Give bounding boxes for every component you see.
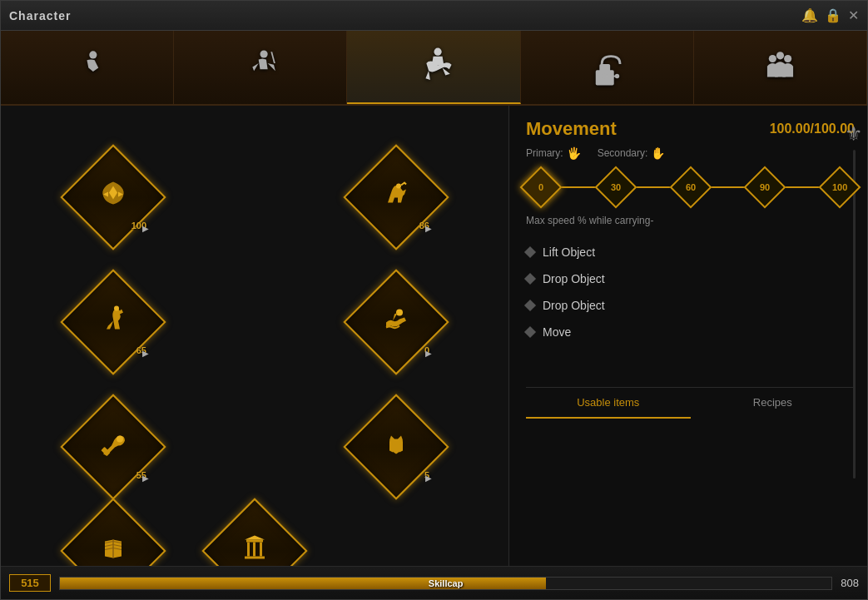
diamond-inner-10 [238, 532, 271, 567]
svg-rect-17 [247, 543, 250, 557]
action-label-2: Drop Object [543, 299, 605, 312]
primary-info: Primary: 🖐 [526, 146, 581, 160]
progress-value-1: 30 [611, 182, 621, 192]
diamond-inner-9 [97, 532, 130, 567]
tab-recipes[interactable]: Recipes [691, 388, 856, 419]
diamond-inner-0 [97, 178, 130, 217]
diamond-inner-6 [97, 428, 130, 467]
tab-recipes-label: Recipes [753, 396, 792, 409]
xp-bar-fill [60, 578, 546, 589]
skill-icon-8[interactable]: 5 ▶ [359, 409, 434, 484]
diamond-inner-3 [97, 303, 130, 342]
progress-track: 0 30 60 90 [526, 172, 855, 202]
window-title: Character [9, 9, 71, 22]
svg-point-10 [396, 184, 401, 189]
tab2-icon [237, 45, 283, 91]
skill-icon-10[interactable]: 0 ▶ [217, 513, 292, 566]
svg-rect-15 [245, 557, 265, 559]
tab-usable-items-label: Usable items [577, 396, 639, 409]
svg-point-7 [769, 54, 776, 62]
tab-3[interactable] [347, 31, 520, 104]
skill-icon-3[interactable]: 65 ▶ [76, 285, 151, 360]
xp-bar: Skillcap [59, 577, 832, 590]
titlebar: Character 🔔 🔒 ✕ [1, 1, 867, 31]
secondary-label: Secondary: [598, 147, 648, 159]
skill-icon-9[interactable]: 0 ▶ [76, 513, 151, 566]
progress-value-2: 60 [685, 182, 695, 192]
progress-node-0: 0 [526, 172, 556, 202]
skill-slot-8: 5 ▶ [330, 409, 463, 484]
action-bullet-0 [524, 246, 536, 258]
close-button[interactable]: ✕ [848, 7, 859, 23]
skill-sub-info: Primary: 🖐 Secondary: ✋ [526, 146, 855, 160]
tab3-icon [411, 44, 457, 90]
tab-content-area [526, 419, 855, 558]
skill-icon-0[interactable]: 100 ▶ [76, 160, 151, 235]
action-bullet-2 [524, 300, 536, 311]
skill-arrow-0: ▶ [142, 224, 149, 233]
skill-slot-9: 0 ▶ [47, 513, 180, 566]
progress-diamond-2: 60 [669, 166, 712, 209]
main-window: Character 🔔 🔒 ✕ [0, 0, 868, 600]
skill-slot-10: 0 ▶ [188, 513, 321, 566]
tab4-icon [584, 45, 630, 91]
progress-node-4: 100 [825, 172, 855, 202]
tab-5[interactable] [694, 31, 867, 104]
bottom-tabs: Usable items Recipes [526, 387, 855, 419]
svg-point-13 [117, 436, 123, 443]
primary-label: Primary: [526, 147, 563, 159]
action-item-3: Move [526, 319, 855, 345]
tab1-icon [64, 45, 110, 91]
action-list: Lift Object Drop Object Drop Object Move [526, 239, 855, 379]
xp-bar-container: 515 Skillcap 808 [9, 574, 859, 592]
secondary-info: Secondary: ✋ [598, 146, 666, 160]
tab-2[interactable] [174, 31, 347, 104]
svg-point-11 [114, 306, 119, 311]
diamond-inner-8 [379, 428, 413, 467]
right-panel: ⚜ Movement 100.00/100.00 Primary: 🖐 Seco… [508, 106, 867, 566]
progress-value-0: 0 [538, 182, 543, 192]
skill-slot-5: 0 ▶ [330, 285, 463, 360]
action-label-1: Drop Object [543, 272, 605, 285]
svg-point-2 [434, 47, 441, 55]
skill-slot-6: 55 ▶ [47, 409, 180, 484]
tab-4[interactable] [521, 31, 694, 104]
svg-rect-16 [246, 540, 263, 543]
action-label-3: Move [543, 325, 571, 339]
titlebar-controls: 🔔 🔒 ✕ [801, 7, 859, 23]
skill-icon-6[interactable]: 55 ▶ [76, 409, 151, 484]
skill-arrow-8: ▶ [425, 474, 432, 483]
xp-current-value: 515 [9, 574, 51, 592]
svg-point-1 [260, 50, 268, 57]
skill-slot-0: 100 ▶ [47, 160, 180, 235]
skill-icon-2[interactable]: 86 ▶ [359, 160, 434, 235]
scroll-ornament: ⚜ [845, 122, 863, 146]
action-item-1: Drop Object [526, 265, 855, 292]
tab-1[interactable] [1, 31, 174, 104]
lock-icon[interactable]: 🔒 [825, 7, 841, 23]
progress-diamond-0: 0 [520, 166, 563, 209]
skill-arrow-5: ▶ [425, 349, 432, 358]
action-label-0: Lift Object [543, 245, 595, 259]
primary-icon: 🖐 [567, 146, 581, 160]
xp-bar-label: Skillcap [429, 578, 464, 588]
scroll-track [853, 150, 856, 479]
content-area: 100 ▶ [1, 106, 867, 566]
skill-slot-2: 86 ▶ [330, 160, 463, 235]
tab5-icon [757, 45, 803, 91]
skill-header: Movement 100.00/100.00 [526, 118, 855, 140]
diamond-inner-2 [379, 178, 413, 217]
progress-node-2: 60 [676, 172, 706, 202]
pin-icon[interactable]: 🔔 [801, 7, 818, 23]
tab-usable-items[interactable]: Usable items [526, 388, 691, 419]
action-bullet-3 [524, 326, 536, 338]
skill-arrow-2: ▶ [425, 224, 432, 233]
skill-slot-3: 65 ▶ [47, 285, 180, 360]
skill-icon-5[interactable]: 0 ▶ [359, 285, 434, 360]
progress-diamond-3: 90 [744, 166, 786, 209]
svg-point-0 [89, 51, 97, 58]
progress-value-3: 90 [760, 182, 770, 192]
left-panel: 100 ▶ [1, 106, 508, 566]
bottombar: 515 Skillcap 808 [1, 566, 867, 599]
action-item-0: Lift Object [526, 239, 855, 265]
